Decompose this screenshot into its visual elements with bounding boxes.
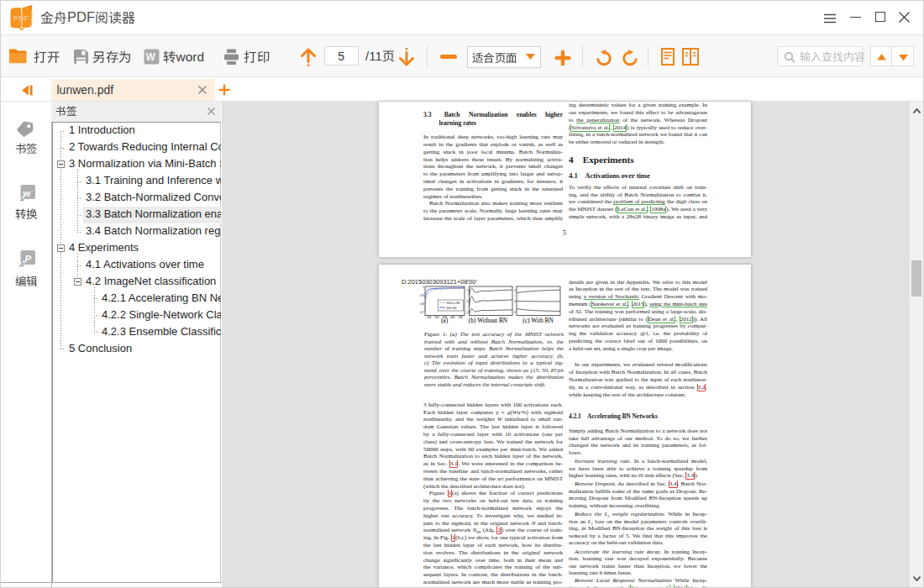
svg-text:Without BN: Without BN <box>447 302 461 305</box>
svg-text:1: 1 <box>423 286 424 289</box>
svg-text:-2: -2 <box>465 311 468 314</box>
svg-text:P: P <box>25 254 32 264</box>
svg-text:W: W <box>146 51 156 63</box>
svg-text:0.8: 0.8 <box>420 302 424 306</box>
svg-text:-2: -2 <box>513 311 516 314</box>
svg-text:0.7: 0.7 <box>420 311 424 314</box>
svg-text:0: 0 <box>514 300 516 303</box>
svg-text:PDF: PDF <box>13 14 29 23</box>
svg-text:With BN: With BN <box>447 307 457 310</box>
svg-text:2: 2 <box>514 289 516 292</box>
svg-text:2: 2 <box>467 289 469 292</box>
svg-text:0: 0 <box>467 300 469 303</box>
svg-text:0.9: 0.9 <box>420 294 424 297</box>
